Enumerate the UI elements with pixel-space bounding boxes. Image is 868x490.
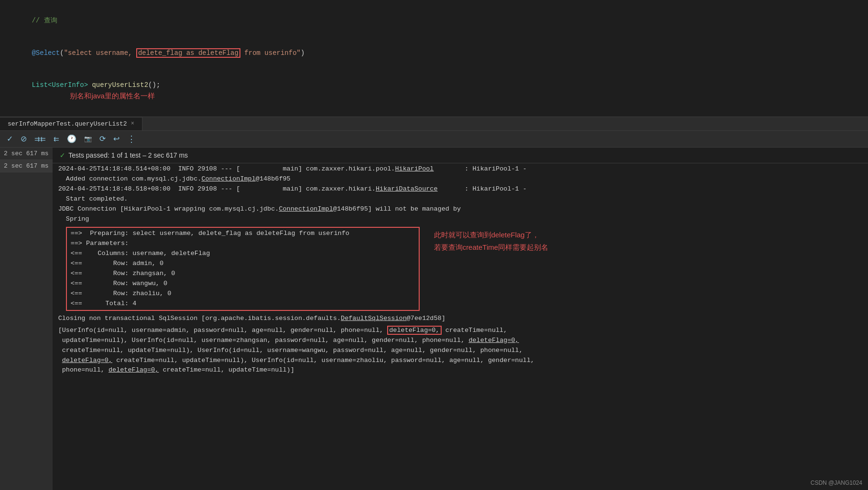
query-line-2: ==> Parameters: [71,239,415,249]
toolbar-rerun-button[interactable]: ⇉⇇ [33,134,48,144]
output-panel: ✓ Tests passed: 1 of 1 test – 2 sec 617 … [53,148,868,490]
annotation-bubble: 此时就可以查询到deleteFlag了， 若要查询createTime同样需要起… [434,227,548,253]
log-line-3: 2024-04-25T14:18:48.518+08:00 INFO 29108… [58,184,862,194]
toolbar-refresh-button[interactable]: ⟳ [98,133,108,144]
annotation-alias: 别名和java里的属性名一样 [70,92,155,100]
log-block-closing: Closing non transactional SqlSession [or… [53,313,868,325]
time-column: 2 sec 617 ms 2 sec 617 ms [0,148,53,490]
log-block-before: 2024-04-25T14:18:48.514+08:00 INFO 29108… [53,163,868,225]
annotation-line1: 此时就可以查询到deleteFlag了， [434,229,548,241]
code-section: // 查询 @Select("select username, delete_f… [0,0,868,117]
log-line-1: 2024-04-25T14:18:48.514+08:00 INFO 29108… [58,164,862,174]
result-line-4: deleteFlag=0, createTime=null, updateTim… [58,356,862,366]
highlight-delete-flag: delete_flag as deleteFlag [136,48,240,58]
query-box-row: ==> Preparing: select username, delete_f… [53,227,868,310]
toolbar-run-button[interactable]: ✓ [5,133,15,144]
log-line-6: Spring [58,214,862,224]
test-passed-banner: ✓ Tests passed: 1 of 1 test – 2 sec 617 … [53,148,868,163]
test-bold: Tests passed: 1 of 1 test – 2 sec 617 ms [68,151,188,159]
result-line-5: phone=null, deleteFlag=0, createTime=nul… [58,365,862,375]
time-entry-1[interactable]: 2 sec 617 ms [0,148,53,160]
method-line: List<UserInfo> queryUserList2(); 别名和java… [8,69,858,113]
result-line-1: [UserInfo(id=null, username=admin, passw… [58,326,862,336]
result-line-3: createTime=null, updateTime=null), UserI… [58,346,862,356]
toolbar-history-button[interactable]: 🕐 [65,133,78,144]
query-line-4: <== Row: admin, 0 [71,259,415,269]
toolbar-undo-button[interactable]: ↩ [111,133,121,144]
annotation-line: @Select("select username, delete_flag as… [8,37,858,69]
query-box: ==> Preparing: select username, delete_f… [66,227,420,310]
tab-bar: serInfoMapperTest.queryUserList2 × [0,117,868,131]
query-line-1: ==> Preparing: select username, delete_f… [71,229,415,239]
log-line-4: Start completed. [58,194,862,204]
toolbar-stop-button[interactable]: ⊘ [19,133,29,144]
string-select: "select username, [64,49,136,57]
comment-line: // 查询 [8,5,858,37]
tab-item[interactable]: serInfoMapperTest.queryUserList2 × [0,117,142,130]
query-line-7: <== Row: zhaoliu, 0 [71,289,415,299]
query-result-area: ==> Preparing: select username, delete_f… [53,227,868,310]
query-line-8: <== Total: 4 [71,299,415,309]
check-icon: ✓ [60,150,65,160]
return-type: List<UserInfo> [32,81,88,89]
closing-log-line: Closing non transactional SqlSession [or… [58,314,862,324]
toolbar-more-button[interactable]: ⋮ [125,133,138,145]
method-name: queryUserList2 [92,81,148,89]
brand-text: CSDN @JANG1024 [811,479,862,486]
toolbar-back-button[interactable]: ⇇ [52,134,61,144]
test-passed-text: Tests passed: 1 of 1 test – 2 sec 617 ms [68,151,188,159]
tab-label: serInfoMapperTest.queryUserList2 [8,120,127,128]
toolbar-screenshot-button[interactable]: 📷 [82,134,94,143]
query-line-3: <== Columns: username, deleteFlag [71,249,415,259]
query-line-6: <== Row: wangwu, 0 [71,279,415,289]
annotation-line2: 若要查询createTime同样需要起别名 [434,241,548,254]
comment-text: // 查询 [32,17,57,24]
result-block: [UserInfo(id=null, username=admin, passw… [53,325,868,377]
query-line-5: <== Row: zhangsan, 0 [71,269,415,279]
log-line-2: Added connection com.mysql.cj.jdbc.Conne… [58,174,862,184]
tab-close-button[interactable]: × [131,120,134,127]
toolbar: ✓ ⊘ ⇉⇇ ⇇ 🕐 📷 ⟳ ↩ ⋮ [0,131,868,148]
time-entry-2[interactable]: 2 sec 617 ms [0,160,53,172]
highlight-deleteflag-1: deleteFlag=0, [387,326,441,335]
result-line-2: updateTime=null), UserInfo(id=null, user… [58,336,862,346]
annotation-keyword: @Select [32,49,60,57]
log-line-5: JDBC Connection [HikariPool-1 wrapping c… [58,204,862,214]
